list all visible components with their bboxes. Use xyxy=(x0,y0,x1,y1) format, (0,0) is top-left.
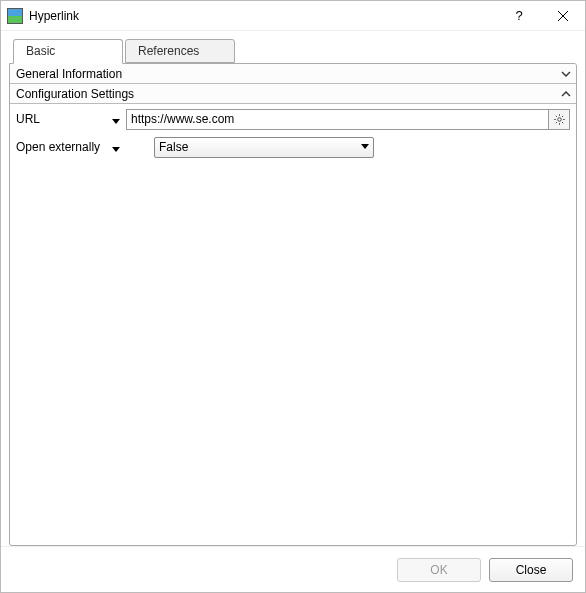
button-label: OK xyxy=(430,563,447,577)
svg-point-1 xyxy=(557,117,561,121)
dropdown-caret-icon xyxy=(361,140,369,154)
dialog-window: Hyperlink ? Basic References General Inf… xyxy=(0,0,586,593)
open-externally-combo[interactable]: False xyxy=(154,137,374,158)
close-icon xyxy=(557,10,569,22)
field-label: URL xyxy=(16,112,40,126)
combo-value: False xyxy=(159,140,361,154)
window-title: Hyperlink xyxy=(29,9,497,23)
help-button[interactable]: ? xyxy=(497,1,541,31)
tab-strip: Basic References xyxy=(9,39,577,63)
gear-icon xyxy=(553,113,566,126)
configuration-settings-body: URL Open external xyxy=(10,104,576,162)
url-label-wrap[interactable]: URL xyxy=(16,112,126,126)
row-url: URL xyxy=(16,108,570,130)
button-label: Close xyxy=(516,563,547,577)
url-settings-button[interactable] xyxy=(549,109,570,130)
dialog-body: Basic References General Information Con… xyxy=(1,31,585,546)
chevron-up-icon xyxy=(560,88,572,100)
url-input[interactable] xyxy=(126,109,549,130)
dialog-footer: OK Close xyxy=(1,546,585,592)
tab-label: References xyxy=(138,44,199,58)
chevron-down-icon xyxy=(560,68,572,80)
pane-filler xyxy=(10,162,576,545)
section-configuration-settings[interactable]: Configuration Settings xyxy=(10,84,576,104)
open-externally-label-wrap[interactable]: Open externally xyxy=(16,140,126,154)
svg-marker-2 xyxy=(112,147,120,152)
tab-basic[interactable]: Basic xyxy=(13,39,123,64)
tab-label: Basic xyxy=(26,44,55,58)
section-label: Configuration Settings xyxy=(16,87,560,101)
close-window-button[interactable] xyxy=(541,1,585,31)
dropdown-caret-icon xyxy=(112,115,120,123)
section-general-information[interactable]: General Information xyxy=(10,64,576,84)
svg-marker-3 xyxy=(361,144,369,149)
section-label: General Information xyxy=(16,67,560,81)
row-open-externally: Open externally False xyxy=(16,136,570,158)
tab-references[interactable]: References xyxy=(125,39,235,63)
close-button[interactable]: Close xyxy=(489,558,573,582)
ok-button[interactable]: OK xyxy=(397,558,481,582)
tab-pane: General Information Configuration Settin… xyxy=(9,63,577,546)
svg-marker-0 xyxy=(112,119,120,124)
app-icon xyxy=(7,8,23,24)
titlebar: Hyperlink ? xyxy=(1,1,585,31)
field-label: Open externally xyxy=(16,140,100,154)
dropdown-caret-icon xyxy=(112,143,120,151)
